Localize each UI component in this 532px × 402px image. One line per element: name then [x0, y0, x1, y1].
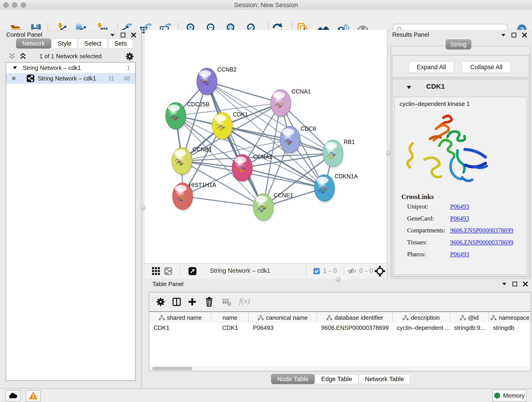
node-CDK1[interactable]: [212, 113, 233, 140]
entry-gene-name[interactable]: CDK1: [426, 83, 445, 90]
expand-collapse-box: Expand All Collapse All: [392, 55, 529, 77]
network-canvas[interactable]: CCNB2CCNA1CDC25BCDK1CDC6RB1CCNB1CCNA2CDK…: [145, 30, 387, 263]
tab-string[interactable]: String: [446, 39, 471, 50]
edge-CCNB2-CCNA1[interactable]: [207, 81, 281, 103]
tab-network-table[interactable]: Network Table: [359, 374, 410, 384]
network-view: CCNB2CCNA1CDC25BCDK1CDC6RB1CCNB1CCNA2CDK…: [145, 30, 387, 279]
results-panel: Results Panel String Expand All Collapse…: [389, 30, 532, 279]
network-list: String Network – cdk1 1 String Network –…: [6, 62, 136, 381]
panel-menu-icon[interactable]: [502, 282, 507, 286]
application-window: Session: New Session ? Control Panel Net…: [0, 0, 532, 402]
cell-shared-name[interactable]: CDK1: [149, 323, 211, 333]
edge-CCNE1-HIST1H1A[interactable]: [183, 196, 263, 207]
add-column-icon[interactable]: [187, 297, 197, 307]
table-options-gear-icon[interactable]: [156, 297, 165, 307]
show-columns-icon[interactable]: [172, 297, 181, 307]
table-horizontal-scrollbar[interactable]: [149, 366, 531, 371]
memory-button[interactable]: Memory: [492, 390, 526, 402]
cell-database-identifier[interactable]: 9606.ENSP00000378699: [317, 323, 393, 333]
column-header-canonical-name[interactable]: canonical name: [249, 312, 317, 323]
collection-expander-icon[interactable]: [13, 66, 17, 70]
panel-close-icon[interactable]: [131, 32, 136, 38]
cell-namespace[interactable]: stringdb: [489, 323, 532, 333]
table-panel-title: Table Panel: [152, 281, 184, 288]
entry-description: cyclin–dependent kinase 1: [399, 100, 470, 108]
crosslink-label: Tissues:: [407, 239, 450, 246]
fit-crosshair-icon[interactable]: [374, 266, 385, 277]
right-splitter-handle[interactable]: [386, 151, 391, 156]
tab-network[interactable]: Network: [16, 38, 51, 49]
control-panel-tabs: NetworkStyleSelectSets: [16, 38, 133, 49]
warning-icon: [29, 392, 38, 400]
entry-expander-icon[interactable]: [406, 86, 412, 89]
tab-style[interactable]: Style: [51, 38, 78, 49]
network-edge-count: 48: [123, 75, 130, 82]
crosslink-value-link[interactable]: P06493: [450, 203, 469, 210]
title-bar: Session: New Session: [0, 0, 532, 10]
table-panel: Table Panel f(x) shared namenamecanonica…: [145, 279, 532, 390]
expand-all-button[interactable]: Expand All: [409, 61, 454, 73]
panel-close-icon[interactable]: [523, 281, 528, 287]
network-collection-row[interactable]: String Network – cdk1 1: [6, 63, 135, 73]
node-label-CDK1: CDK1: [233, 111, 248, 118]
tab-node-table[interactable]: Node Table: [271, 374, 315, 384]
cloud-status-button[interactable]: [6, 390, 21, 402]
hidden-counts: 0 – 0: [359, 267, 373, 274]
cell-canonical-name[interactable]: P06493: [249, 323, 317, 333]
node-RB1[interactable]: [323, 140, 343, 168]
crosslink-value-link[interactable]: P06493: [450, 251, 469, 258]
cell--id[interactable]: stringdb:9...: [450, 323, 489, 333]
column-header-description[interactable]: description: [393, 312, 450, 323]
crosslink-value-link[interactable]: P06493: [450, 215, 469, 222]
node-CCNE1[interactable]: [253, 194, 274, 222]
cell-name[interactable]: CDK1: [211, 323, 249, 333]
node-label-CCNA2: CCNA2: [253, 153, 272, 160]
string-entry-box: CDK1 cyclin–dependent kinase 1: [392, 79, 529, 277]
network-node-count: 11: [108, 75, 114, 82]
panel-close-icon[interactable]: [522, 32, 527, 38]
column-header-name[interactable]: name: [211, 312, 249, 323]
node-CCNB2[interactable]: [197, 68, 217, 96]
collection-label: String Network – cdk1: [23, 64, 81, 71]
cell-description[interactable]: cyclin–dependent ...: [393, 323, 450, 333]
crosslink-value-link[interactable]: 9606.ENSP00000378699: [450, 227, 513, 234]
panel-float-icon[interactable]: [511, 32, 516, 38]
node-label-CDKN1A: CDKN1A: [335, 173, 358, 179]
column-header-shared-name[interactable]: shared name: [149, 312, 211, 323]
node-CDC25B[interactable]: [166, 102, 186, 130]
panel-float-icon[interactable]: [512, 281, 517, 287]
node-label-CCNB1: CCNB1: [192, 146, 212, 153]
warning-status-button[interactable]: [26, 390, 41, 402]
bottom-splitter-handle[interactable]: [336, 277, 341, 282]
tab-edge-table[interactable]: Edge Table: [315, 374, 358, 384]
node-CDKN1A[interactable]: [314, 175, 335, 203]
node-CCNA1[interactable]: [271, 89, 291, 118]
memory-status-dot-icon: [494, 392, 500, 399]
panel-menu-icon[interactable]: [501, 33, 506, 37]
column-header-database-identifier[interactable]: database identifier: [317, 312, 393, 323]
crosslink-label: Compartments:: [407, 227, 450, 234]
crosslink-row: GeneCard: P06493: [407, 215, 522, 222]
tab-select[interactable]: Select: [78, 38, 108, 49]
share-view-icon[interactable]: [164, 267, 172, 275]
column-header-namespace[interactable]: namespace: [489, 312, 532, 323]
table-row[interactable]: CDK1CDK1P064939606.ENSP00000378699cyclin…: [149, 323, 531, 333]
birdseye-grid-icon[interactable]: [152, 267, 160, 275]
left-splitter-handle[interactable]: [140, 205, 146, 210]
panel-menu-icon[interactable]: [110, 33, 115, 37]
panel-float-icon[interactable]: [120, 32, 126, 38]
node-CCNB1[interactable]: [172, 148, 192, 176]
network-row[interactable]: String Network – cdk1 11 48: [6, 73, 135, 84]
tab-sets[interactable]: Sets: [108, 38, 133, 49]
crosslink-value-link[interactable]: 9606.ENSP00000378699: [450, 239, 513, 246]
delete-column-trash-icon[interactable]: [204, 297, 214, 307]
collapse-all-button[interactable]: Collapse All: [462, 61, 511, 73]
scrollbar-thumb[interactable]: [152, 367, 192, 370]
crosslinks-list: Uniprot: P06493GeneCard: P06493Compartme…: [407, 203, 522, 263]
memory-label: Memory: [503, 392, 525, 399]
network-view-title: String Network – cdk1: [210, 267, 270, 274]
column-header--id[interactable]: @id: [450, 312, 489, 323]
network-options-gear-icon[interactable]: [125, 52, 134, 61]
selected-nodes-checkbox-icon[interactable]: [313, 268, 320, 274]
open-in-window-icon[interactable]: [188, 267, 197, 275]
